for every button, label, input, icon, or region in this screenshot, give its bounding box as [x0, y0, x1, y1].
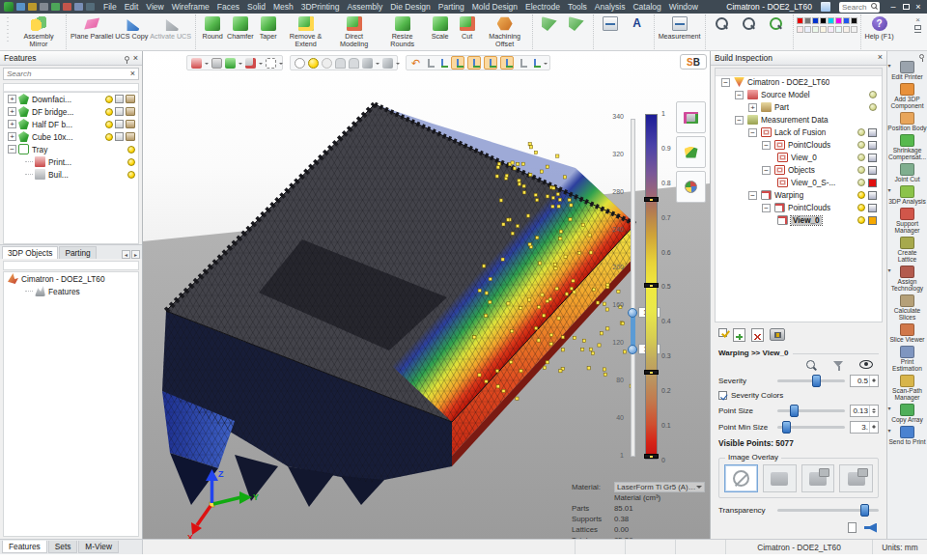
printer-icon[interactable] — [126, 132, 135, 141]
tree-item-document-root[interactable]: Cimatron - DOE2_LT60 — [4, 272, 138, 285]
show-icon[interactable] — [211, 58, 222, 69]
tree-item-downfacing[interactable]: Downfaci... — [4, 93, 138, 105]
tool-measurement[interactable]: Measurement — [658, 15, 702, 41]
visibility-bulb-icon[interactable] — [857, 204, 865, 211]
sidebar-item[interactable]: Slice Viewer — [887, 322, 927, 345]
overlay-image-button[interactable] — [763, 464, 797, 492]
tool-chamfer[interactable]: Chamfer — [226, 15, 255, 41]
visibility-bulb-icon[interactable] — [105, 121, 113, 128]
height-range-slider[interactable] — [631, 119, 635, 457]
menu-item[interactable]: Electrode — [525, 2, 560, 12]
color-swatch[interactable] — [812, 17, 819, 24]
visibility-bulb-icon[interactable] — [857, 216, 865, 224]
slider-handle[interactable] — [782, 421, 791, 434]
ucs-active-icon[interactable] — [437, 58, 448, 69]
menu-item[interactable]: Faces — [217, 2, 239, 12]
tool-round[interactable]: Round — [199, 15, 226, 41]
quartile-marker[interactable] — [644, 370, 659, 375]
ucs-mode-icon[interactable] — [486, 58, 496, 69]
tree-item-objects[interactable]: Objects — [716, 164, 882, 177]
visibility-bulb-icon[interactable] — [105, 96, 113, 103]
ucs-mode-icon[interactable] — [453, 58, 464, 69]
sidebar-item[interactable]: ▾ Copy Array — [887, 403, 927, 425]
visibility-bulb-icon[interactable] — [105, 133, 113, 141]
color-box-icon[interactable] — [868, 191, 877, 200]
slider-handle[interactable] — [860, 504, 869, 517]
height-slider-handle-lower[interactable] — [628, 345, 637, 354]
ghost-icon[interactable] — [349, 58, 359, 69]
tree-item-half-df[interactable]: Half DF b... — [4, 118, 138, 130]
color-swatch[interactable] — [804, 26, 811, 33]
box-icon[interactable] — [115, 132, 124, 141]
screen-icon[interactable] — [86, 3, 95, 11]
color-swatch[interactable] — [835, 17, 842, 24]
tool-taper[interactable]: Taper — [255, 15, 282, 41]
quartile-marker[interactable] — [644, 197, 659, 202]
redo-icon[interactable] — [63, 3, 71, 11]
tree-item-build[interactable]: Buil... — [4, 168, 138, 181]
menu-item[interactable]: Edit — [125, 2, 139, 12]
chevron-down-icon[interactable]: ▾ — [888, 187, 891, 193]
menu-item[interactable]: Die Design — [390, 2, 431, 12]
color-box-icon[interactable] — [868, 128, 877, 137]
menu-item[interactable]: Wireframe — [172, 2, 210, 12]
menu-item[interactable]: 3DPrinting — [301, 2, 340, 12]
tool-remove-extend[interactable]: Remove & Extend — [282, 15, 330, 48]
slider-handle[interactable] — [812, 375, 821, 387]
menu-item[interactable]: Mesh — [273, 2, 294, 12]
tree-item-warping[interactable]: Warping — [716, 189, 882, 202]
menu-item[interactable]: Solid — [247, 2, 266, 12]
search-box[interactable] — [839, 2, 880, 13]
features-search-box[interactable]: × — [3, 68, 139, 80]
tool-plane-parallel[interactable]: Plane Parallel — [70, 15, 114, 41]
save-icon[interactable] — [16, 3, 25, 11]
visibility-bulb-icon[interactable] — [857, 179, 865, 186]
color-swatch[interactable] — [851, 17, 857, 24]
tool-mesh-1[interactable] — [536, 15, 563, 33]
color-swatch[interactable] — [804, 17, 811, 24]
tool-mesh-2[interactable] — [563, 15, 590, 33]
menu-item[interactable]: View — [146, 2, 163, 12]
tool-activate-ucs[interactable]: Activate UCS — [149, 15, 192, 41]
sidebar-item[interactable]: ▾ Send to Print — [887, 425, 927, 447]
sidebar-item[interactable]: Position Body — [887, 111, 927, 133]
point-min-size-spinbox[interactable]: 3. — [850, 421, 879, 434]
ribbon-close-icon[interactable]: × — [915, 16, 920, 23]
material-dropdown[interactable]: LaserForm Ti Gr5 (A)_Sv6 — [614, 482, 705, 492]
announce-icon[interactable] — [864, 523, 877, 533]
tool-scale[interactable]: Scale — [427, 15, 454, 41]
tree-item-part[interactable]: Part — [716, 101, 882, 114]
render-mode-icon[interactable] — [382, 58, 393, 69]
color-box-icon[interactable] — [868, 166, 877, 175]
3d-viewport[interactable]: ↶ SB 34032028024020016012080401 148 116 … — [143, 51, 710, 539]
tool-zoom-window[interactable] — [736, 15, 763, 33]
menu-item[interactable]: Catalog — [632, 2, 660, 12]
sidebar-item[interactable]: Support Manager — [887, 207, 927, 236]
sidebar-item[interactable]: Print Estimation — [887, 345, 927, 374]
severity-slider[interactable] — [777, 379, 845, 382]
sidebar-item[interactable]: Shrinkage Compensat... — [887, 133, 927, 162]
chevron-down-icon[interactable]: ▾ — [888, 406, 891, 411]
visibility-bulb-icon[interactable] — [857, 166, 865, 174]
ucs-icon[interactable] — [517, 58, 527, 69]
tree-item-features-node[interactable]: Features — [4, 285, 138, 297]
ucs-icon[interactable] — [530, 58, 541, 69]
tool-cut[interactable]: Cut — [454, 15, 481, 41]
color-swatch[interactable] — [843, 17, 850, 24]
visibility-bulb-icon[interactable] — [869, 91, 877, 98]
menu-item[interactable]: Parting — [438, 2, 464, 12]
printer-icon[interactable] — [126, 120, 135, 128]
color-box-icon[interactable] — [868, 141, 877, 150]
sidebar-item[interactable]: Create Lattice — [887, 236, 927, 265]
visibility-eye-icon[interactable] — [859, 360, 873, 369]
color-box-icon[interactable] — [868, 154, 877, 162]
chevron-down-icon[interactable]: ▾ — [888, 63, 891, 69]
search-icon[interactable] — [871, 3, 879, 11]
delete-measurement-icon[interactable] — [751, 328, 764, 342]
expand-icon[interactable] — [8, 120, 16, 128]
color-swatch[interactable] — [797, 17, 803, 24]
sidebar-item[interactable]: Add 3DP Component — [887, 82, 927, 111]
collapse-icon[interactable] — [762, 166, 771, 175]
tree-item-view0-s[interactable]: View_0_S-... — [716, 177, 882, 189]
chevron-down-icon[interactable]: ▾ — [888, 267, 891, 273]
